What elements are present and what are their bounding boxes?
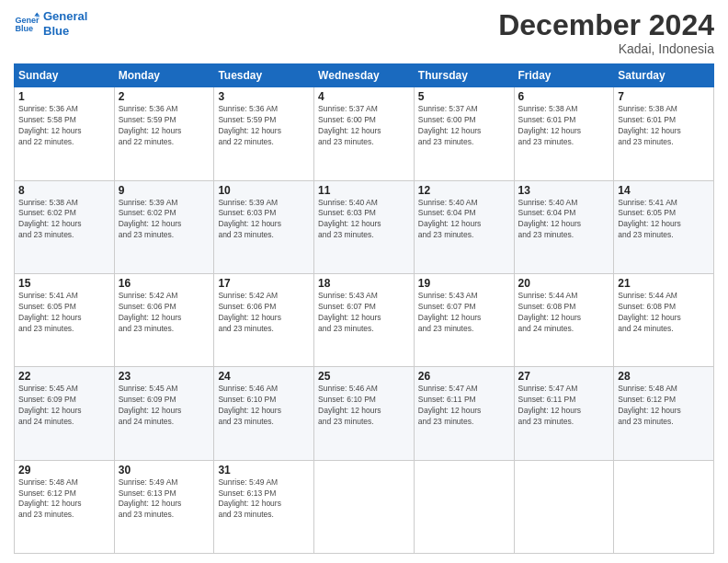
title-block: December 2024 Kadai, Indonesia bbox=[498, 9, 714, 56]
header: General Blue General Blue December 2024 … bbox=[14, 9, 714, 56]
page: General Blue General Blue December 2024 … bbox=[0, 0, 728, 563]
day-number: 24 bbox=[218, 370, 310, 383]
calendar-cell: 9Sunrise: 5:39 AM Sunset: 6:02 PM Daylig… bbox=[114, 180, 214, 273]
day-number: 14 bbox=[618, 184, 710, 197]
calendar-cell bbox=[314, 460, 415, 553]
day-number: 29 bbox=[18, 464, 110, 477]
calendar: Sunday Monday Tuesday Wednesday Thursday… bbox=[14, 63, 714, 554]
day-number: 12 bbox=[418, 184, 510, 197]
day-info: Sunrise: 5:36 AM Sunset: 5:59 PM Dayligh… bbox=[119, 104, 210, 148]
day-number: 8 bbox=[18, 184, 110, 197]
calendar-cell: 29Sunrise: 5:48 AM Sunset: 6:12 PM Dayli… bbox=[15, 460, 115, 553]
calendar-week-5: 29Sunrise: 5:48 AM Sunset: 6:12 PM Dayli… bbox=[15, 460, 714, 553]
logo-text: General Blue bbox=[43, 9, 87, 38]
day-number: 30 bbox=[119, 464, 210, 477]
day-info: Sunrise: 5:43 AM Sunset: 6:07 PM Dayligh… bbox=[318, 291, 410, 335]
day-number: 5 bbox=[418, 90, 510, 103]
calendar-cell: 31Sunrise: 5:49 AM Sunset: 6:13 PM Dayli… bbox=[214, 460, 314, 553]
calendar-week-3: 15Sunrise: 5:41 AM Sunset: 6:05 PM Dayli… bbox=[15, 273, 714, 366]
calendar-cell bbox=[514, 460, 614, 553]
calendar-cell: 7Sunrise: 5:38 AM Sunset: 6:01 PM Daylig… bbox=[614, 87, 714, 180]
day-info: Sunrise: 5:42 AM Sunset: 6:06 PM Dayligh… bbox=[119, 291, 210, 335]
day-number: 20 bbox=[518, 277, 610, 290]
day-number: 25 bbox=[318, 370, 410, 383]
day-info: Sunrise: 5:36 AM Sunset: 5:58 PM Dayligh… bbox=[18, 104, 110, 148]
calendar-cell: 17Sunrise: 5:42 AM Sunset: 6:06 PM Dayli… bbox=[214, 273, 314, 366]
calendar-cell: 22Sunrise: 5:45 AM Sunset: 6:09 PM Dayli… bbox=[15, 367, 115, 460]
logo: General Blue General Blue bbox=[14, 9, 87, 38]
svg-text:Blue: Blue bbox=[15, 24, 33, 33]
day-number: 13 bbox=[518, 184, 610, 197]
calendar-cell: 6Sunrise: 5:38 AM Sunset: 6:01 PM Daylig… bbox=[514, 87, 614, 180]
day-info: Sunrise: 5:44 AM Sunset: 6:08 PM Dayligh… bbox=[518, 291, 610, 335]
day-info: Sunrise: 5:47 AM Sunset: 6:11 PM Dayligh… bbox=[518, 384, 610, 428]
calendar-cell: 27Sunrise: 5:47 AM Sunset: 6:11 PM Dayli… bbox=[514, 367, 614, 460]
header-tuesday: Tuesday bbox=[214, 64, 314, 87]
calendar-week-2: 8Sunrise: 5:38 AM Sunset: 6:02 PM Daylig… bbox=[15, 180, 714, 273]
day-info: Sunrise: 5:47 AM Sunset: 6:11 PM Dayligh… bbox=[418, 384, 510, 428]
logo-line1: General bbox=[43, 9, 87, 23]
header-thursday: Thursday bbox=[414, 64, 514, 87]
day-number: 7 bbox=[618, 90, 710, 103]
calendar-cell: 23Sunrise: 5:45 AM Sunset: 6:09 PM Dayli… bbox=[114, 367, 214, 460]
calendar-cell: 4Sunrise: 5:37 AM Sunset: 6:00 PM Daylig… bbox=[314, 87, 415, 180]
calendar-cell: 24Sunrise: 5:46 AM Sunset: 6:10 PM Dayli… bbox=[214, 367, 314, 460]
day-info: Sunrise: 5:39 AM Sunset: 6:02 PM Dayligh… bbox=[119, 198, 210, 242]
day-number: 1 bbox=[18, 90, 110, 103]
day-info: Sunrise: 5:40 AM Sunset: 6:03 PM Dayligh… bbox=[318, 198, 410, 242]
calendar-cell: 3Sunrise: 5:36 AM Sunset: 5:59 PM Daylig… bbox=[214, 87, 314, 180]
day-number: 28 bbox=[618, 370, 710, 383]
day-number: 4 bbox=[318, 90, 410, 103]
calendar-cell: 14Sunrise: 5:41 AM Sunset: 6:05 PM Dayli… bbox=[614, 180, 714, 273]
calendar-cell: 16Sunrise: 5:42 AM Sunset: 6:06 PM Dayli… bbox=[114, 273, 214, 366]
day-number: 11 bbox=[318, 184, 410, 197]
day-info: Sunrise: 5:38 AM Sunset: 6:01 PM Dayligh… bbox=[518, 104, 610, 148]
location: Kadai, Indonesia bbox=[498, 41, 714, 56]
day-number: 6 bbox=[518, 90, 610, 103]
calendar-cell bbox=[414, 460, 514, 553]
day-info: Sunrise: 5:37 AM Sunset: 6:00 PM Dayligh… bbox=[318, 104, 410, 148]
day-number: 17 bbox=[218, 277, 310, 290]
header-friday: Friday bbox=[514, 64, 614, 87]
day-number: 18 bbox=[318, 277, 410, 290]
svg-text:General: General bbox=[15, 15, 40, 24]
day-number: 23 bbox=[119, 370, 210, 383]
calendar-cell: 5Sunrise: 5:37 AM Sunset: 6:00 PM Daylig… bbox=[414, 87, 514, 180]
day-info: Sunrise: 5:38 AM Sunset: 6:02 PM Dayligh… bbox=[18, 198, 110, 242]
day-info: Sunrise: 5:36 AM Sunset: 5:59 PM Dayligh… bbox=[218, 104, 310, 148]
month-title: December 2024 bbox=[498, 9, 714, 41]
day-info: Sunrise: 5:43 AM Sunset: 6:07 PM Dayligh… bbox=[418, 291, 510, 335]
day-number: 2 bbox=[119, 90, 210, 103]
day-info: Sunrise: 5:44 AM Sunset: 6:08 PM Dayligh… bbox=[618, 291, 710, 335]
day-number: 10 bbox=[218, 184, 310, 197]
calendar-cell: 11Sunrise: 5:40 AM Sunset: 6:03 PM Dayli… bbox=[314, 180, 415, 273]
calendar-cell: 26Sunrise: 5:47 AM Sunset: 6:11 PM Dayli… bbox=[414, 367, 514, 460]
calendar-cell: 20Sunrise: 5:44 AM Sunset: 6:08 PM Dayli… bbox=[514, 273, 614, 366]
calendar-week-4: 22Sunrise: 5:45 AM Sunset: 6:09 PM Dayli… bbox=[15, 367, 714, 460]
calendar-cell: 10Sunrise: 5:39 AM Sunset: 6:03 PM Dayli… bbox=[214, 180, 314, 273]
day-number: 27 bbox=[518, 370, 610, 383]
calendar-cell: 19Sunrise: 5:43 AM Sunset: 6:07 PM Dayli… bbox=[414, 273, 514, 366]
day-info: Sunrise: 5:40 AM Sunset: 6:04 PM Dayligh… bbox=[518, 198, 610, 242]
calendar-cell: 30Sunrise: 5:49 AM Sunset: 6:13 PM Dayli… bbox=[114, 460, 214, 553]
day-info: Sunrise: 5:46 AM Sunset: 6:10 PM Dayligh… bbox=[218, 384, 310, 428]
calendar-cell: 2Sunrise: 5:36 AM Sunset: 5:59 PM Daylig… bbox=[114, 87, 214, 180]
header-monday: Monday bbox=[114, 64, 214, 87]
day-info: Sunrise: 5:41 AM Sunset: 6:05 PM Dayligh… bbox=[618, 198, 710, 242]
day-number: 9 bbox=[119, 184, 210, 197]
logo-line2: Blue bbox=[43, 24, 69, 38]
day-info: Sunrise: 5:39 AM Sunset: 6:03 PM Dayligh… bbox=[218, 198, 310, 242]
day-info: Sunrise: 5:48 AM Sunset: 6:12 PM Dayligh… bbox=[618, 384, 710, 428]
calendar-cell: 28Sunrise: 5:48 AM Sunset: 6:12 PM Dayli… bbox=[614, 367, 714, 460]
day-info: Sunrise: 5:40 AM Sunset: 6:04 PM Dayligh… bbox=[418, 198, 510, 242]
day-info: Sunrise: 5:49 AM Sunset: 6:13 PM Dayligh… bbox=[218, 477, 310, 522]
day-info: Sunrise: 5:46 AM Sunset: 6:10 PM Dayligh… bbox=[318, 384, 410, 428]
calendar-header-row: Sunday Monday Tuesday Wednesday Thursday… bbox=[15, 64, 714, 87]
day-info: Sunrise: 5:48 AM Sunset: 6:12 PM Dayligh… bbox=[18, 477, 110, 522]
day-number: 16 bbox=[119, 277, 210, 290]
day-info: Sunrise: 5:42 AM Sunset: 6:06 PM Dayligh… bbox=[218, 291, 310, 335]
logo-icon: General Blue bbox=[14, 11, 40, 37]
header-saturday: Saturday bbox=[614, 64, 714, 87]
calendar-cell: 21Sunrise: 5:44 AM Sunset: 6:08 PM Dayli… bbox=[614, 273, 714, 366]
day-number: 3 bbox=[218, 90, 310, 103]
